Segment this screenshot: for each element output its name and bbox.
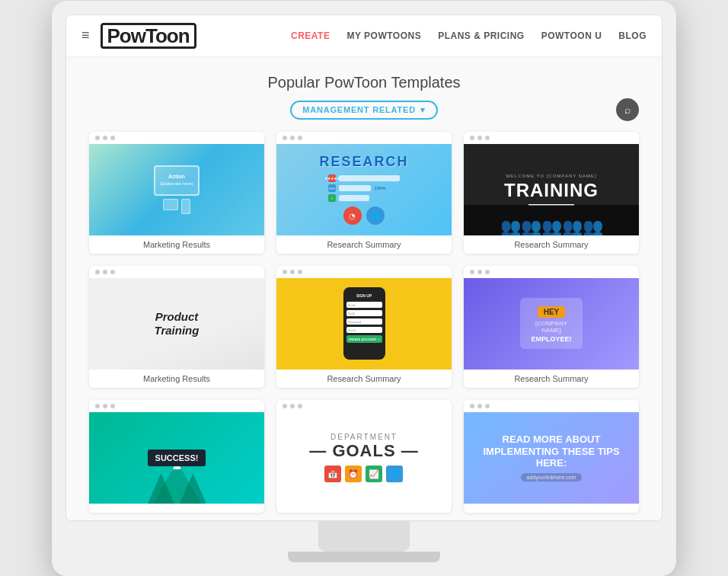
dot xyxy=(110,136,115,140)
bar-fill-2 xyxy=(339,185,371,191)
template-label-7 xyxy=(89,504,264,513)
dot xyxy=(485,404,490,408)
template-card-4[interactable]: ProductTraining Marketing Results xyxy=(89,266,264,388)
templates-grid: Action(Elaborate here) Marketing Results xyxy=(89,132,639,513)
filter-dropdown-button[interactable]: MANAGEMENT RELATED ▾ xyxy=(290,101,437,120)
thumb-7: SUCCESS! xyxy=(89,412,264,504)
welcome-text: WELCOME TO [COMPANY NAME] xyxy=(506,174,597,178)
signup-title: SIGN UP xyxy=(356,293,372,298)
readmore-content: READ MORE ABOUTIMPLEMENTING THESE TIPS H… xyxy=(464,427,639,488)
dot xyxy=(283,270,287,274)
research-bars: ★★★★★ EDU 100% ✓ xyxy=(328,174,400,202)
dot xyxy=(110,270,115,274)
search-icon: ⌕ xyxy=(624,104,631,116)
dot xyxy=(290,136,295,140)
monitor-screen: ≡ PowToon CREATE MY POWTOONS PLANS & PRI… xyxy=(65,14,663,521)
goals-icons-row: 📅 ⏰ 📈 🌐 xyxy=(324,466,403,482)
dot xyxy=(103,270,107,274)
tablet-graphic xyxy=(163,199,178,210)
dot xyxy=(290,404,295,408)
research-heading: RESEARCH xyxy=(319,154,408,170)
card-dots-4 xyxy=(89,266,264,278)
signup-phone: SIGN UP Email Text1 Password Text 2 CREA… xyxy=(343,287,385,360)
employee-content: HEY [COMPANYNAME] EMPLOYEE! xyxy=(520,298,582,349)
dot xyxy=(485,270,490,274)
bar-row: ★★★★★ xyxy=(328,174,400,182)
company-name: [COMPANYNAME] xyxy=(531,320,571,334)
monitor-graphic: Action(Elaborate here) xyxy=(154,165,200,196)
action-text: Action(Elaborate here) xyxy=(160,174,193,187)
thumb-1: Action(Elaborate here) xyxy=(89,144,264,235)
dot xyxy=(470,136,474,140)
nav-link-blog[interactable]: BLOG xyxy=(618,30,647,41)
nav-link-plans[interactable]: PLANS & PRICING xyxy=(438,30,525,41)
card-dots-1 xyxy=(89,132,264,144)
card-dots-3 xyxy=(464,132,639,144)
bar-fill xyxy=(339,175,400,181)
nav-links: CREATE MY POWTOONS PLANS & PRICING POWTO… xyxy=(291,30,647,41)
page-content: Popular PowToon Templates MANAGEMENT REL… xyxy=(66,57,662,520)
employee-label: EMPLOYEE! xyxy=(531,335,571,343)
template-label-1: Marketing Results xyxy=(89,235,264,254)
readmore-title: READ MORE ABOUTIMPLEMENTING THESE TIPS H… xyxy=(470,434,633,469)
filter-dropdown-icon: ▾ xyxy=(420,105,426,115)
success-badge: SUCCESS! xyxy=(148,450,206,466)
thumb-inner: Action(Elaborate here) xyxy=(154,165,200,214)
bar-icon: ★★★★★ xyxy=(328,174,336,182)
success-content: SUCCESS! xyxy=(148,412,206,504)
dot xyxy=(298,270,302,274)
goals-title: — GOALS — xyxy=(309,443,418,459)
card-dots-9 xyxy=(464,400,639,412)
dot xyxy=(283,404,287,408)
template-label-5: Research Summary xyxy=(276,370,452,388)
template-label-9 xyxy=(464,504,639,513)
template-card-6[interactable]: HEY [COMPANYNAME] EMPLOYEE! Research Sum… xyxy=(464,266,639,388)
template-card-7[interactable]: SUCCESS! xyxy=(89,400,264,513)
filter-bar: MANAGEMENT RELATED ▾ ⌕ xyxy=(89,101,639,120)
text1-field: Text1 xyxy=(346,310,382,316)
bar-row: EDU 100% xyxy=(328,184,400,192)
card-dots-7 xyxy=(89,400,264,412)
bar-icon-3: ✓ xyxy=(328,194,336,202)
monitor-stand xyxy=(318,521,410,552)
chart-icon: 📈 xyxy=(366,466,382,482)
hamburger-icon[interactable]: ≡ xyxy=(81,27,90,43)
dot xyxy=(298,404,302,408)
employee-card: HEY [COMPANYNAME] EMPLOYEE! xyxy=(520,298,582,349)
training-title: TRAINING xyxy=(504,180,599,201)
dot xyxy=(95,404,100,408)
logo: PowToon xyxy=(101,23,196,49)
nav-link-powtoon-u[interactable]: POWTOON U xyxy=(541,30,602,41)
bar-fill-3 xyxy=(339,195,369,201)
dot xyxy=(283,136,287,140)
template-card-2[interactable]: RESEARCH ★★★★★ EDU 100% xyxy=(276,132,452,254)
pie-icon: ◔ xyxy=(343,206,362,225)
template-card-3[interactable]: WELCOME TO [COMPANY NAME] TRAINING 👥👥👥👥👥… xyxy=(464,132,639,254)
thumb-2: RESEARCH ★★★★★ EDU 100% xyxy=(276,144,452,235)
thumb-4: ProductTraining xyxy=(89,278,264,370)
thumb-9: READ MORE ABOUTIMPLEMENTING THESE TIPS H… xyxy=(464,412,639,504)
filter-label: MANAGEMENT RELATED xyxy=(302,105,416,114)
nav-link-create[interactable]: CREATE xyxy=(291,30,330,41)
nav-link-my-powtoons[interactable]: MY POWTOONS xyxy=(346,30,421,41)
template-label-2: Research Summary xyxy=(276,235,452,254)
phone-graphic xyxy=(181,199,190,214)
globe-icon: 🌐 xyxy=(366,206,385,225)
thumb-5: SIGN UP Email Text1 Password Text 2 CREA… xyxy=(276,278,452,370)
template-label-6: Research Summary xyxy=(464,370,639,388)
dot xyxy=(95,270,100,274)
template-card-8[interactable]: DEPARTMENT — GOALS — 📅 ⏰ 📈 🌐 xyxy=(276,400,452,513)
template-card-9[interactable]: READ MORE ABOUTIMPLEMENTING THESE TIPS H… xyxy=(464,400,639,513)
dot xyxy=(290,270,295,274)
card-dots-6 xyxy=(464,266,639,278)
search-button[interactable]: ⌕ xyxy=(616,98,639,121)
thumb-6: HEY [COMPANYNAME] EMPLOYEE! xyxy=(464,278,639,370)
research-content: RESEARCH ★★★★★ EDU 100% xyxy=(319,144,408,235)
globe-icon-2: 🌐 xyxy=(386,466,403,482)
dot xyxy=(485,136,490,140)
bar-icon-2: EDU xyxy=(328,184,336,192)
dot xyxy=(477,136,482,140)
template-card-1[interactable]: Action(Elaborate here) Marketing Results xyxy=(89,132,264,254)
card-dots-2 xyxy=(276,132,452,144)
template-card-5[interactable]: SIGN UP Email Text1 Password Text 2 CREA… xyxy=(276,266,452,388)
